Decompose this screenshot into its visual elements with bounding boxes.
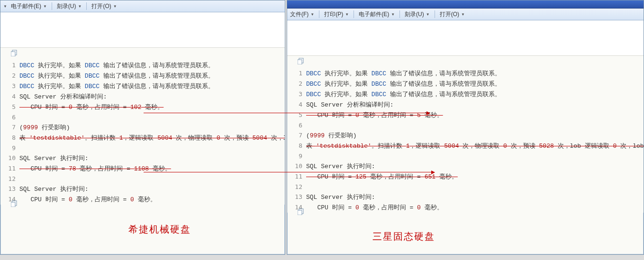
line-number: 1 <box>287 68 306 78</box>
code-line: 13SQL Server 执行时间: <box>287 192 644 202</box>
line-text: DBCC 执行完毕。如果 DBCC 输出了错误信息，请与系统管理员联系。 <box>306 90 501 99</box>
left-caption: 希捷机械硬盘 <box>128 223 191 236</box>
line-text: (9999 行受影响) <box>19 123 70 133</box>
line-number: 4 <box>287 99 306 109</box>
copy-icon[interactable] <box>298 58 305 64</box>
line-number: 10 <box>0 153 19 163</box>
code-line: 1DBCC 执行完毕。如果 DBCC 输出了错误信息，请与系统管理员联系。 <box>287 68 644 79</box>
right-subtoolbar <box>287 20 644 56</box>
line-number: 8 <box>0 133 19 143</box>
code-line: 4SQL Server 分析和编译时间: <box>287 99 644 110</box>
line-text: CPU 时间 = 0 毫秒，占用时间 = 5 毫秒。 <box>306 110 443 120</box>
line-text: SQL Server 执行时间: <box>306 192 375 202</box>
code-line: 10SQL Server 执行时间: <box>0 153 285 163</box>
arrow-elapsed-compile <box>144 113 430 113</box>
line-text: CPU 时间 = 0 毫秒，占用时间 = 102 毫秒。 <box>19 102 163 112</box>
line-number: 11 <box>287 171 306 181</box>
line-text: DBCC 执行完毕。如果 DBCC 输出了错误信息，请与系统管理员联系。 <box>306 69 501 79</box>
left-subtoolbar <box>0 12 285 48</box>
line-text: (9999 行受影响) <box>306 131 357 141</box>
toolbar-email[interactable]: 电子邮件(E) ▼ <box>10 2 48 10</box>
line-number: 11 <box>0 163 19 173</box>
line-text: CPU 时间 = 0 毫秒，占用时间 = 0 毫秒。 <box>19 195 156 205</box>
code-line: 7(9999 行受影响) <box>0 122 285 133</box>
line-number: 8 <box>287 141 306 151</box>
line-number: 6 <box>287 120 306 130</box>
code-line: 3DBCC 执行完毕。如果 DBCC 输出了错误信息，请与系统管理员联系。 <box>287 89 644 99</box>
code-line: 6 <box>0 112 285 122</box>
line-number: 1 <box>0 60 19 70</box>
toolbar-burn[interactable]: 刻录(U) ▼ <box>56 2 83 10</box>
copy-icon[interactable] <box>11 200 18 207</box>
right-caption: 三星固态硬盘 <box>372 230 435 243</box>
code-line: 12 <box>287 182 644 192</box>
code-line: 4SQL Server 分析和编译时间: <box>0 91 285 102</box>
toolbar-print[interactable]: 打印(P) ▼ <box>323 10 350 18</box>
svg-rect-1 <box>11 52 15 56</box>
svg-rect-5 <box>298 60 302 64</box>
code-line: 1DBCC 执行完毕。如果 DBCC 输出了错误信息，请与系统管理员联系。 <box>0 60 285 71</box>
line-number: 7 <box>287 130 306 140</box>
line-number: 2 <box>287 79 306 89</box>
line-number: 6 <box>0 112 19 122</box>
line-number: 13 <box>0 184 19 194</box>
line-number: 9 <box>287 151 306 161</box>
code-line: 2DBCC 执行完毕。如果 DBCC 输出了错误信息，请与系统管理员联系。 <box>287 79 644 89</box>
dropdown-icon[interactable]: ▼ <box>3 4 7 9</box>
line-number: 5 <box>287 110 306 120</box>
line-number: 7 <box>0 122 19 132</box>
toolbar-open[interactable]: 打开(O) ▼ <box>439 10 466 18</box>
code-line: 10SQL Server 执行时间: <box>287 161 644 171</box>
toolbar-burn[interactable]: 刻录(U) ▼ <box>404 10 431 18</box>
code-line: 6 <box>287 120 644 130</box>
toolbar-open[interactable]: 打开(O) ▼ <box>91 2 118 10</box>
copy-icon[interactable] <box>11 50 18 56</box>
code-line: 11 CPU 时间 = 125 毫秒，占用时间 = 651 毫秒。 <box>287 171 644 182</box>
code-line: 13SQL Server 执行时间: <box>0 184 285 194</box>
line-number: 5 <box>0 102 19 112</box>
line-number: 9 <box>0 143 19 153</box>
line-text: SQL Server 执行时间: <box>306 161 375 171</box>
code-line: 7(9999 行受影响) <box>287 130 644 141</box>
line-number: 13 <box>287 192 306 202</box>
copy-icon[interactable] <box>298 208 305 215</box>
code-line: 3DBCC 执行完毕。如果 DBCC 输出了错误信息，请与系统管理员联系。 <box>0 81 285 91</box>
code-line: 14 CPU 时间 = 0 毫秒，占用时间 = 0 毫秒。 <box>0 194 285 205</box>
line-text: 表 'testdisktable'。扫描计数 1，逻辑读取 5004 次，物理读… <box>19 133 285 143</box>
line-text: 表 'testdisktable'。扫描计数 1，逻辑读取 5004 次，物理读… <box>306 141 644 151</box>
code-line: 9 <box>0 143 285 153</box>
line-number: 4 <box>0 91 19 101</box>
svg-rect-7 <box>298 210 302 215</box>
line-number: 2 <box>0 71 19 81</box>
line-text: SQL Server 分析和编译时间: <box>306 100 394 110</box>
svg-rect-3 <box>11 202 15 207</box>
line-number: 3 <box>0 81 19 91</box>
code-line: 5 CPU 时间 = 0 毫秒，占用时间 = 5 毫秒。 <box>287 110 644 120</box>
line-number: 3 <box>287 89 306 99</box>
right-toolbar: 文件(F) ▼ 打印(P) ▼ 电子邮件(E) ▼ 刻录(U) ▼ 打开(O) … <box>287 9 644 20</box>
right-code-area: 1DBCC 执行完毕。如果 DBCC 输出了错误信息，请与系统管理员联系。2DB… <box>287 56 644 213</box>
code-line: 2DBCC 执行完毕。如果 DBCC 输出了错误信息，请与系统管理员联系。 <box>0 71 285 81</box>
line-text: SQL Server 分析和编译时间: <box>19 92 107 102</box>
toolbar-email[interactable]: 电子邮件(E) ▼ <box>358 10 396 18</box>
left-pane: ▼ 电子邮件(E) ▼ 刻录(U) ▼ 打开(O) ▼ 1DBCC 执行完毕。如… <box>0 0 285 255</box>
line-number: 12 <box>0 174 19 184</box>
canvas: ▼ 电子邮件(E) ▼ 刻录(U) ▼ 打开(O) ▼ 1DBCC 执行完毕。如… <box>0 0 644 260</box>
line-number: 12 <box>287 182 306 192</box>
line-text: DBCC 执行完毕。如果 DBCC 输出了错误信息，请与系统管理员联系。 <box>306 79 501 89</box>
line-text: SQL Server 执行时间: <box>19 184 89 194</box>
line-text: SQL Server 执行时间: <box>19 153 89 163</box>
left-toolbar: ▼ 电子邮件(E) ▼ 刻录(U) ▼ 打开(O) ▼ <box>0 0 285 12</box>
line-text: CPU 时间 = 0 毫秒，占用时间 = 0 毫秒。 <box>306 203 443 213</box>
right-pane: 文件(F) ▼ 打印(P) ▼ 电子邮件(E) ▼ 刻录(U) ▼ 打开(O) … <box>287 0 644 255</box>
code-line: 5 CPU 时间 = 0 毫秒，占用时间 = 102 毫秒。 <box>0 102 285 112</box>
code-line: 9 <box>287 151 644 161</box>
line-text: DBCC 执行完毕。如果 DBCC 输出了错误信息，请与系统管理员联系。 <box>19 81 214 91</box>
code-line: 12 <box>0 174 285 184</box>
code-line: 8表 'testdisktable'。扫描计数 1，逻辑读取 5004 次，物理… <box>287 141 644 151</box>
arrow-elapsed-exec <box>144 172 435 172</box>
left-code-area: 1DBCC 执行完毕。如果 DBCC 输出了错误信息，请与系统管理员联系。2DB… <box>0 48 285 205</box>
line-text: DBCC 执行完毕。如果 DBCC 输出了错误信息，请与系统管理员联系。 <box>19 61 214 71</box>
toolbar-file[interactable]: 文件(F) ▼ <box>289 10 315 18</box>
line-number: 10 <box>287 161 306 171</box>
